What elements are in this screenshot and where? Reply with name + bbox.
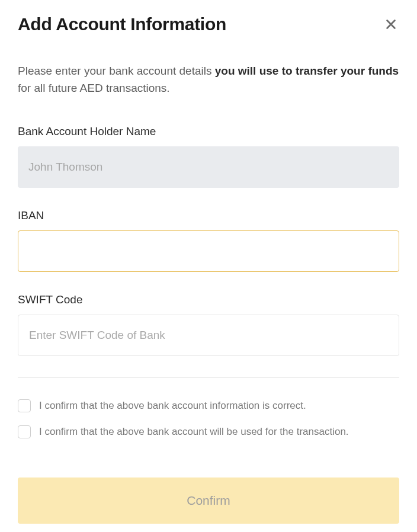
holder-name-group: Bank Account Holder Name: [18, 125, 399, 188]
holder-name-label: Bank Account Holder Name: [18, 125, 399, 138]
description-suffix: for all future AED transactions.: [18, 82, 170, 94]
holder-name-input[interactable]: [18, 146, 399, 188]
close-button[interactable]: [383, 16, 399, 33]
confirm-info-label[interactable]: I confirm that the above bank account in…: [39, 400, 306, 412]
iban-group: IBAN: [18, 209, 399, 272]
confirm-use-checkbox[interactable]: [18, 425, 31, 438]
description-bold: you will use to transfer your funds: [215, 65, 399, 77]
confirm-use-row: I confirm that the above bank account wi…: [18, 425, 399, 438]
confirm-info-checkbox[interactable]: [18, 399, 31, 412]
iban-label: IBAN: [18, 209, 399, 222]
confirm-use-label[interactable]: I confirm that the above bank account wi…: [39, 426, 349, 438]
description-prefix: Please enter your bank account details: [18, 65, 215, 77]
iban-input[interactable]: [18, 230, 399, 272]
close-icon: [384, 18, 397, 31]
dialog-header: Add Account Information: [18, 14, 399, 34]
confirm-info-row: I confirm that the above bank account in…: [18, 399, 399, 412]
confirm-button[interactable]: Confirm: [18, 477, 399, 524]
dialog-description: Please enter your bank account details y…: [18, 63, 399, 97]
dialog-title: Add Account Information: [18, 14, 226, 34]
swift-group: SWIFT Code: [18, 293, 399, 356]
swift-input[interactable]: [18, 315, 399, 356]
swift-label: SWIFT Code: [18, 293, 399, 306]
divider: [18, 377, 399, 378]
